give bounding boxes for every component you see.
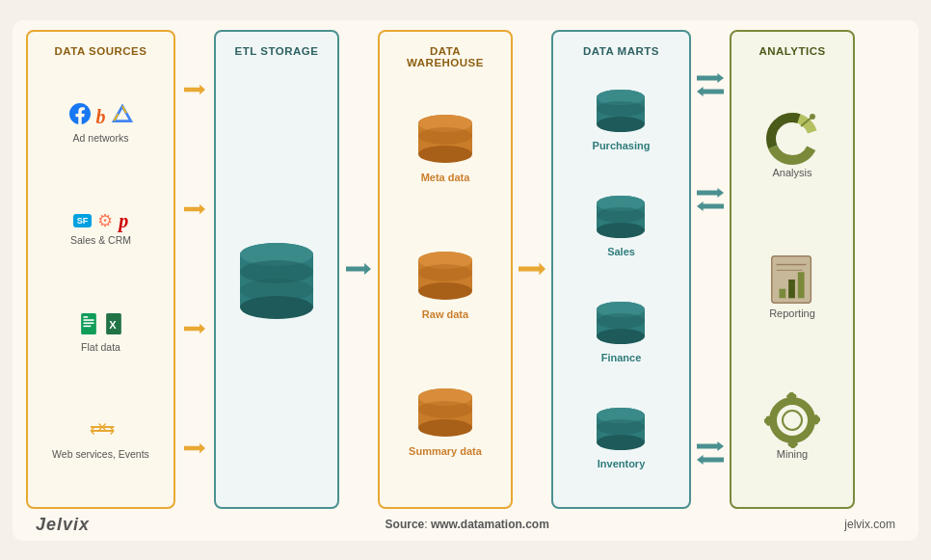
footer-url: jelvix.com <box>844 518 895 531</box>
col-analytics: ANALYTICS Analysis <box>730 30 855 509</box>
purchasing-label: Purchasing <box>593 140 651 151</box>
mart-purchasing: Purchasing <box>590 90 652 151</box>
marts-header: DATA MARTS <box>561 41 681 61</box>
purchasing-db-icon <box>590 90 652 140</box>
analytics-mining: Mining <box>764 392 820 460</box>
mining-label: Mining <box>777 448 808 460</box>
source-ad-networks: b Ad networks <box>40 103 162 144</box>
web-icons: ⇄ ⇆ <box>87 419 116 445</box>
svg-marker-61 <box>697 201 724 211</box>
raw-label: Raw data <box>422 308 468 320</box>
ad-network-icons: b <box>69 103 133 129</box>
source-sales-crm: SF ⚙ p Sales & CRM <box>40 210 162 246</box>
col-marts: DATA MARTS Purchasing <box>551 30 691 509</box>
svg-text:⇆: ⇆ <box>101 419 115 437</box>
marts-body: Purchasing Sales <box>590 74 652 497</box>
svg-point-50 <box>597 329 645 344</box>
arrows-marts-analytics <box>697 30 724 509</box>
summary-label: Summary data <box>409 445 482 457</box>
sources-body: b Ad networks <box>36 74 166 497</box>
svg-rect-5 <box>83 325 91 327</box>
raw-db-icon <box>412 251 479 308</box>
analytics-header: ANALYTICS <box>739 41 845 61</box>
meta-label: Meta data <box>421 172 470 183</box>
svg-point-67 <box>779 125 806 152</box>
bi-arrow-4 <box>697 440 724 466</box>
svg-marker-59 <box>697 87 724 96</box>
reporting-label: Reporting <box>769 307 815 319</box>
arrows-sources-etl <box>181 30 208 509</box>
footer: Jelvix Source: www.datamation.com jelvix… <box>26 509 905 535</box>
mart-inventory: Inventory <box>590 408 652 469</box>
svg-point-29 <box>418 282 472 300</box>
svg-rect-73 <box>797 272 804 298</box>
main-container: DATA SOURCES b <box>13 20 918 541</box>
svg-point-42 <box>597 101 645 117</box>
reporting-icon <box>766 252 819 307</box>
web-arrows-icon: ⇄ ⇆ <box>87 419 116 445</box>
footer-source-label: Source <box>386 518 425 531</box>
svg-marker-62 <box>697 441 724 451</box>
svg-marker-60 <box>697 188 724 198</box>
pipedrive-icon: p <box>119 211 128 230</box>
bing-icon: b <box>96 107 106 126</box>
col-sources: DATA SOURCES b <box>26 30 175 509</box>
svg-point-40 <box>597 117 645 132</box>
svg-point-26 <box>418 127 472 145</box>
svg-text:X: X <box>109 318 117 330</box>
salesforce-icon: SF <box>73 214 93 227</box>
arrow-2 <box>184 202 205 216</box>
svg-rect-3 <box>83 319 93 321</box>
flat-icons: X <box>79 313 123 338</box>
svg-point-47 <box>597 207 645 223</box>
arrow-etl-warehouse <box>345 30 372 509</box>
svg-marker-63 <box>697 455 724 465</box>
arrow-4 <box>184 441 205 455</box>
warehouse-raw: Raw data <box>412 251 479 320</box>
sales-db-icon <box>590 196 652 246</box>
finance-db-icon <box>590 302 652 352</box>
svg-point-57 <box>597 419 645 435</box>
inventory-db-icon <box>590 408 652 458</box>
svg-marker-11 <box>184 84 205 93</box>
svg-point-36 <box>418 401 472 418</box>
analytics-reporting: Reporting <box>766 252 819 319</box>
arrow-1 <box>184 83 205 96</box>
svg-rect-72 <box>788 280 795 298</box>
svg-marker-21 <box>346 263 371 275</box>
warehouse-body: Meta data Raw data <box>409 86 482 497</box>
sales-label: Sales <box>607 246 635 257</box>
warehouse-header: DATA WAREHOUSE <box>387 41 503 72</box>
bi-arrow-2 <box>697 187 724 212</box>
meta-db-icon <box>412 114 479 172</box>
arrow-warehouse-marts <box>519 30 545 509</box>
analytics-analysis: Analysis <box>764 111 820 178</box>
col-etl: ETL STORAGE <box>214 30 339 509</box>
svg-point-34 <box>418 419 472 437</box>
svg-point-24 <box>418 146 472 163</box>
footer-logo: Jelvix <box>36 515 90 535</box>
svg-point-77 <box>783 411 802 430</box>
arrow-3 <box>184 322 205 335</box>
etl-db-icon <box>233 237 320 333</box>
col-warehouse: DATA WAREHOUSE Meta data <box>378 30 513 509</box>
svg-point-31 <box>418 264 472 281</box>
analytics-body: Analysis Reporting <box>764 74 820 497</box>
crm-icons: SF ⚙ p <box>73 210 129 231</box>
svg-point-45 <box>597 223 645 238</box>
svg-point-20 <box>240 279 313 302</box>
summary-db-icon <box>412 387 479 445</box>
svg-marker-37 <box>519 262 545 275</box>
svg-rect-6 <box>83 316 88 318</box>
svg-point-69 <box>810 114 815 120</box>
svg-marker-0 <box>114 106 131 120</box>
sales-crm-label: Sales & CRM <box>70 234 131 246</box>
mining-icon <box>764 392 820 448</box>
facebook-icon <box>69 103 91 129</box>
web-services-label: Web services, Events <box>52 448 149 460</box>
svg-rect-71 <box>779 289 785 299</box>
inventory-label: Inventory <box>598 458 646 469</box>
flat-data-label: Flat data <box>81 341 120 353</box>
warehouse-meta: Meta data <box>412 114 479 183</box>
mart-sales: Sales <box>590 196 652 257</box>
